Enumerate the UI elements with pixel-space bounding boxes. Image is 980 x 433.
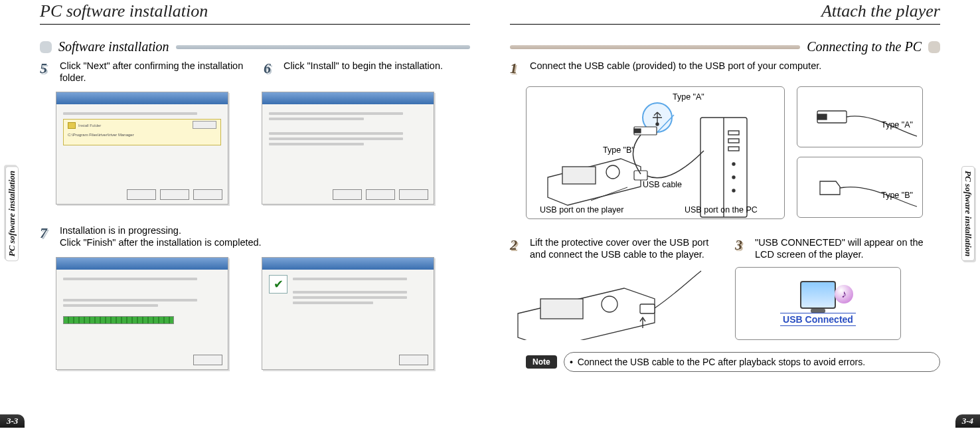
usb-figure-row: Type "A" Type "B" USB cable USB port on … bbox=[526, 86, 940, 219]
installer-ready-screenshot bbox=[262, 92, 434, 205]
monitor-icon bbox=[800, 281, 836, 309]
subheader-text: Software installation bbox=[58, 39, 169, 54]
step-2: 2 Lift the protective cover over the USB… bbox=[510, 236, 715, 260]
header-rule bbox=[176, 45, 471, 49]
bullet-icon bbox=[928, 41, 940, 53]
player-usb-figure bbox=[510, 267, 702, 340]
music-note-icon: ♪ bbox=[835, 285, 853, 303]
bullet-icon bbox=[40, 41, 52, 53]
step-3-text: "USB CONNECTED" will appear on the LCD s… bbox=[755, 236, 940, 260]
label-port-pc: USB port on the PC bbox=[685, 205, 758, 215]
svg-rect-21 bbox=[640, 304, 655, 313]
step-7-line1: Installation is in progressing. bbox=[60, 225, 181, 236]
step-3-number: 3 bbox=[735, 236, 751, 260]
step-1-number: 1 bbox=[510, 60, 526, 77]
label-port-player: USB port on the player bbox=[540, 205, 623, 215]
note-text: Connect the USB cable to the PC after pl… bbox=[564, 352, 940, 372]
svg-rect-15 bbox=[634, 171, 647, 180]
svg-point-10 bbox=[732, 163, 735, 165]
screenshots-row-1: Install Folder C:\Program Files\iriver\i… bbox=[40, 84, 470, 205]
svg-rect-3 bbox=[634, 129, 641, 133]
connector-type-b-figure: Type "B" bbox=[797, 157, 923, 218]
lcd-screen-figure: ♪ USB Connected bbox=[735, 267, 901, 340]
label-type-a-top: Type "A" bbox=[673, 92, 704, 102]
side-tab-left: PC software installation bbox=[5, 166, 19, 261]
installer-finish-screenshot: ✔ bbox=[262, 257, 434, 370]
step-6-number: 6 bbox=[264, 60, 280, 84]
label-type-a: Type "A" bbox=[881, 120, 913, 130]
svg-rect-7 bbox=[728, 131, 739, 135]
page-title-left: PC software installation bbox=[40, 0, 470, 25]
step-6-text: Click "Install" to begin the installatio… bbox=[284, 60, 443, 84]
step-7-number: 7 bbox=[40, 224, 56, 248]
step-2-text: Lift the protective cover over the USB p… bbox=[530, 236, 715, 260]
header-rule bbox=[510, 45, 800, 49]
screenshots-row-2: ✔ bbox=[40, 249, 470, 370]
connector-type-a-figure: Type "A" bbox=[797, 86, 923, 147]
svg-point-12 bbox=[732, 189, 735, 192]
step-5-number: 5 bbox=[40, 60, 56, 84]
installer-destination-screenshot: Install Folder C:\Program Files\iriver\i… bbox=[56, 92, 228, 205]
page-number-right: 3-4 bbox=[955, 414, 980, 428]
note-row: Note Connect the USB cable to the PC aft… bbox=[526, 352, 940, 372]
label-usb-cable: USB cable bbox=[643, 180, 682, 189]
steps-5-6: 5 Click "Next" after confirming the inst… bbox=[40, 60, 470, 84]
page-title-right: Attach the player bbox=[510, 0, 940, 25]
step-7: 7 Installation is in progressing. Click … bbox=[40, 224, 470, 248]
svg-point-11 bbox=[732, 176, 735, 179]
right-page: PC software installation Attach the play… bbox=[490, 0, 980, 433]
step-1-text: Connect the USB cable (provided) to the … bbox=[530, 60, 821, 77]
subheader-text: Connecting to the PC bbox=[807, 39, 922, 54]
subheader-right: Connecting to the PC bbox=[510, 39, 940, 54]
usb-connection-figure: Type "A" Type "B" USB cable USB port on … bbox=[526, 86, 785, 219]
svg-point-1 bbox=[656, 123, 659, 126]
svg-rect-19 bbox=[540, 299, 583, 319]
svg-point-20 bbox=[602, 296, 617, 312]
step-3: 3 "USB CONNECTED" will appear on the LCD… bbox=[735, 236, 940, 260]
svg-rect-8 bbox=[728, 139, 739, 143]
svg-rect-9 bbox=[728, 147, 739, 151]
step-7-text: Installation is in progressing. Click "F… bbox=[60, 224, 262, 248]
steps-2-3-row: 2 Lift the protective cover over the USB… bbox=[510, 236, 940, 340]
page-number-left: 3-3 bbox=[0, 414, 25, 428]
installer-progress-screenshot bbox=[56, 257, 228, 370]
subheader-left: Software installation bbox=[40, 39, 470, 54]
svg-rect-13 bbox=[562, 167, 596, 184]
left-page: PC software installation PC software ins… bbox=[0, 0, 490, 433]
step-5: 5 Click "Next" after confirming the inst… bbox=[40, 60, 246, 84]
label-type-b: Type "B" bbox=[603, 145, 635, 155]
lcd-caption: USB Connected bbox=[780, 313, 856, 326]
label-type-b-small: Type "B" bbox=[881, 191, 913, 200]
step-5-text: Click "Next" after confirming the instal… bbox=[60, 60, 246, 84]
svg-rect-18 bbox=[817, 114, 827, 120]
side-tab-right: PC software installation bbox=[961, 166, 975, 261]
step-7-line2: Click "Finish" after the installation is… bbox=[60, 237, 262, 248]
note-badge: Note bbox=[526, 355, 557, 369]
step-2-number: 2 bbox=[510, 236, 526, 260]
step-1: 1 Connect the USB cable (provided) to th… bbox=[510, 60, 940, 77]
svg-point-14 bbox=[606, 165, 619, 179]
step-6: 6 Click "Install" to begin the installat… bbox=[264, 60, 470, 84]
